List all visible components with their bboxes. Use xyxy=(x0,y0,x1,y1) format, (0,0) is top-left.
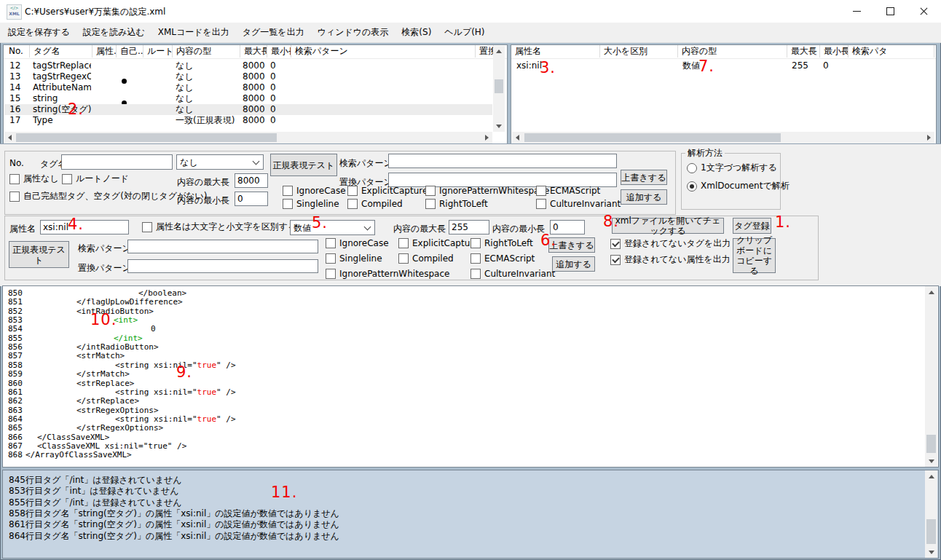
tag-table-row[interactable]: 12tagStrReplace(空タ...なし80000 xyxy=(4,60,492,71)
tag-column-header[interactable]: タグ名 xyxy=(30,45,92,58)
attr-replace-pattern-input[interactable] xyxy=(127,259,318,273)
parse-per-char-radio[interactable]: 1文字づつ解析する xyxy=(687,162,777,173)
attr-column-header[interactable]: 検索パタ xyxy=(849,45,934,58)
attr-case-sensitive-checkbox[interactable]: 属性名は大文字と小文字を区別する xyxy=(142,221,296,232)
attr-column-header[interactable]: 属性名 xyxy=(511,45,600,58)
tag-table-row[interactable]: 14AttributeNameなし80000 xyxy=(4,82,492,93)
tag-column-header[interactable]: 最小長 xyxy=(267,45,291,58)
scroll-down-button[interactable] xyxy=(493,121,505,132)
scroll-down-button[interactable] xyxy=(925,455,937,467)
tag-column-header[interactable]: 自己... xyxy=(117,45,143,58)
tag-column-header[interactable]: No. xyxy=(5,45,30,58)
menu-item-2[interactable]: 設定を読み込む xyxy=(76,26,151,39)
attr-explicitcapture-checkbox[interactable]: ExplicitCapture xyxy=(398,237,479,248)
search-pattern-input[interactable] xyxy=(388,154,617,168)
tag-column-header[interactable]: 属性... xyxy=(92,45,117,58)
content-type-combobox[interactable]: なし xyxy=(176,154,264,170)
scrollbar-thumb[interactable] xyxy=(495,79,503,93)
scroll-up-button[interactable] xyxy=(493,46,505,57)
menu-item-4[interactable]: タグ一覧を出力 xyxy=(236,26,311,39)
tag-table-row[interactable]: 13tagStrRegexOptions...なし80000 xyxy=(4,71,492,82)
tag-add-button[interactable]: 追加する xyxy=(621,189,667,205)
copy-to-clipboard-button[interactable]: クリップボードにコピーする xyxy=(733,238,776,273)
tag-ignorecase-checkbox[interactable]: IgnoreCase xyxy=(283,185,346,196)
menu-item-5[interactable]: ウィンドウの表示 xyxy=(311,26,395,39)
tag-name-input[interactable] xyxy=(61,154,173,170)
attr-max-length-input[interactable] xyxy=(449,220,489,234)
scroll-right-button[interactable] xyxy=(924,132,934,143)
output-unregistered-attrs-checkbox[interactable]: 登録されてない属性を出力 xyxy=(610,254,731,265)
scrollbar-thumb[interactable] xyxy=(16,133,277,142)
tag-righttoleft-checkbox[interactable]: RightToLeft xyxy=(425,198,488,209)
attr-name-input[interactable] xyxy=(40,220,129,234)
attr-search-pattern-input[interactable] xyxy=(127,240,318,253)
maximize-button[interactable] xyxy=(873,0,907,23)
log-entry[interactable]: 864行目タグ名「string(空タグ)」の属性「xsi:nil」の設定値が数値… xyxy=(3,531,913,542)
tag-column-header[interactable]: 最大長 xyxy=(240,45,267,58)
scrollbar-thumb[interactable] xyxy=(926,435,936,453)
scroll-left-button[interactable] xyxy=(4,132,15,143)
tag-table-vertical-scrollbar[interactable] xyxy=(493,46,505,132)
menu-item-6[interactable]: 検索(S) xyxy=(395,26,438,39)
attr-column-header[interactable]: 最小長 xyxy=(820,45,849,58)
scrollbar-thumb[interactable] xyxy=(926,519,936,544)
menu-item-3[interactable]: XMLコードを出力 xyxy=(151,26,236,39)
close-button[interactable] xyxy=(907,0,940,23)
log-vertical-scrollbar[interactable] xyxy=(925,470,937,558)
max-length-input[interactable] xyxy=(235,173,268,188)
attr-column-header[interactable]: 内容の型 xyxy=(678,45,787,58)
tag-column-header[interactable]: 検索パターン xyxy=(291,45,476,58)
output-unregistered-tags-checkbox[interactable]: 登録されてないタグを出力 xyxy=(610,238,731,249)
attr-column-header[interactable]: 最大長 xyxy=(787,45,820,58)
log-entry[interactable]: 855行目タグ「/int」は登録されていません xyxy=(3,497,913,508)
attr-table-row[interactable]: xsi:nil数値2550 xyxy=(511,60,934,71)
attr-ignorepatternwhitespace-checkbox[interactable]: IgnorePatternWhitespace xyxy=(326,268,449,279)
tag-column-header[interactable]: ルート xyxy=(143,45,173,58)
tag-table-horizontal-scrollbar[interactable] xyxy=(4,132,492,143)
attr-regex-test-button[interactable]: 正規表現テスト xyxy=(9,241,69,268)
attr-column-header[interactable]: 大小を区別 xyxy=(600,45,678,58)
attr-righttoleft-checkbox[interactable]: RightToLeft xyxy=(470,237,533,248)
code-text: </strMatch> xyxy=(76,370,130,379)
tag-explicitcapture-checkbox[interactable]: ExplicitCapture xyxy=(347,185,428,196)
minimize-button[interactable] xyxy=(840,0,873,23)
min-length-input[interactable] xyxy=(235,192,268,206)
register-tag-button[interactable]: タグ登録 xyxy=(733,218,771,234)
tag-singleline-checkbox[interactable]: Singleline xyxy=(283,198,339,209)
attr-ignorecase-checkbox[interactable]: IgnoreCase xyxy=(326,237,389,248)
menu-item-7[interactable]: ヘルプ(H) xyxy=(438,26,491,39)
attr-ecmascript-checkbox[interactable]: ECMAScript xyxy=(470,253,535,264)
scroll-down-button[interactable] xyxy=(925,546,937,558)
scroll-up-button[interactable] xyxy=(925,470,937,482)
tag-overwrite-button[interactable]: 上書きする xyxy=(621,170,667,185)
log-entry[interactable]: 861行目タグ名「string(空タグ)」の属性「xsi:nil」の設定値が数値… xyxy=(3,519,913,530)
log-entry[interactable]: 853行目タグ「int」は登録されていません xyxy=(3,486,913,497)
arrow-up-icon xyxy=(929,291,934,294)
tag-column-header[interactable]: 置換パ xyxy=(476,45,494,58)
parse-xmldocument-radio[interactable]: XmlDocumentで解析 xyxy=(687,181,790,192)
tag-cultureinvariant-checkbox[interactable]: CultureInvariant xyxy=(536,198,621,209)
tag-ecmascript-checkbox[interactable]: ECMAScript xyxy=(536,185,600,196)
attr-table-horizontal-scrollbar[interactable] xyxy=(512,132,934,143)
regex-test-button[interactable]: 正規表現テスト xyxy=(270,154,337,176)
code-vertical-scrollbar[interactable] xyxy=(925,286,937,467)
scrollbar-thumb[interactable] xyxy=(524,133,781,142)
log-entry[interactable]: 858行目タグ名「string(空タグ)」の属性「xsi:nil」の設定値が数値… xyxy=(3,508,913,519)
scroll-up-button[interactable] xyxy=(925,286,937,298)
xml-code-view[interactable]: 850</boolean>851</flagUpLowDifference>85… xyxy=(2,285,939,468)
menu-item-1[interactable]: 設定を保存する xyxy=(1,26,76,39)
attr-content-type-combobox[interactable]: 数値 xyxy=(290,220,375,235)
root-node-checkbox[interactable]: ルートノード xyxy=(62,173,129,184)
attr-add-button[interactable]: 追加する xyxy=(552,256,595,272)
no-attribute-checkbox[interactable]: 属性なし xyxy=(9,173,59,184)
scroll-left-button[interactable] xyxy=(512,132,523,143)
open-xml-check-button[interactable]: xmlファイルを開いてチェックする xyxy=(612,218,724,234)
tag-column-header[interactable]: 内容の型 xyxy=(173,45,240,58)
attr-cultureinvariant-checkbox[interactable]: CultureInvariant xyxy=(470,268,555,279)
tag-ignorepatternwhitespace-checkbox[interactable]: IgnorePatternWhitespace xyxy=(425,185,549,196)
tag-compiled-checkbox[interactable]: Compiled xyxy=(347,198,403,209)
scroll-right-button[interactable] xyxy=(481,132,492,143)
attr-singleline-checkbox[interactable]: Singleline xyxy=(326,253,382,264)
attr-compiled-checkbox[interactable]: Compiled xyxy=(398,253,454,264)
log-entry[interactable]: 845行目タグ「/int」は登録されていません xyxy=(3,475,913,486)
